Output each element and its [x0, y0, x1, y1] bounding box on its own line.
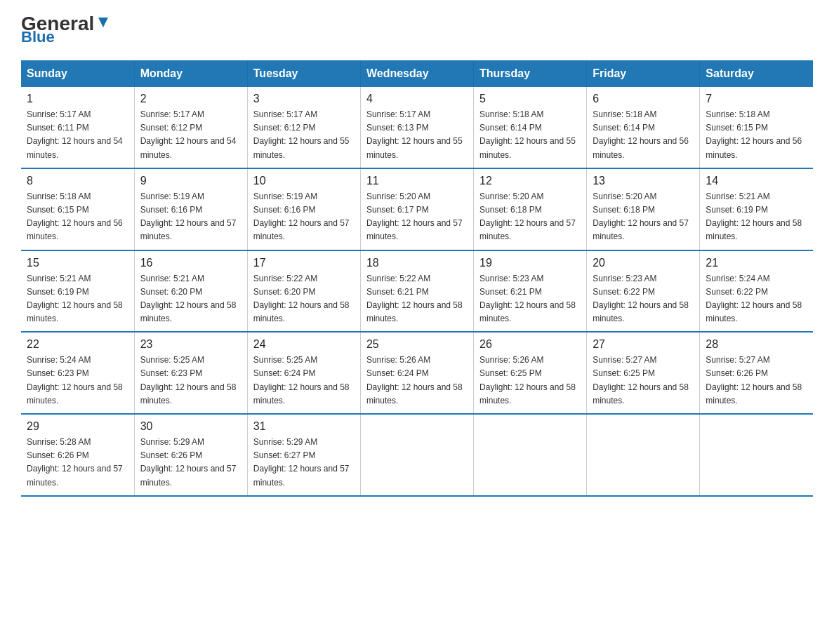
- calendar-cell: 18 Sunrise: 5:22 AM Sunset: 6:21 PM Dayl…: [360, 250, 473, 333]
- day-number: 3: [253, 93, 355, 105]
- calendar-cell: 25 Sunrise: 5:26 AM Sunset: 6:24 PM Dayl…: [360, 332, 473, 414]
- calendar-cell: [700, 414, 813, 496]
- day-detail: Sunrise: 5:27 AM Sunset: 6:26 PM Dayligh…: [706, 354, 807, 408]
- calendar-cell: 27 Sunrise: 5:27 AM Sunset: 6:25 PM Dayl…: [587, 332, 700, 414]
- day-detail: Sunrise: 5:17 AM Sunset: 6:12 PM Dayligh…: [140, 108, 241, 162]
- calendar-cell: 21 Sunrise: 5:24 AM Sunset: 6:22 PM Dayl…: [700, 250, 813, 333]
- calendar-cell: 14 Sunrise: 5:21 AM Sunset: 6:19 PM Dayl…: [700, 168, 813, 250]
- day-number: 30: [140, 420, 241, 433]
- day-number: 20: [593, 257, 694, 269]
- day-number: 19: [479, 257, 581, 269]
- weekday-header-thursday: Thursday: [474, 60, 587, 87]
- day-number: 7: [706, 93, 807, 105]
- weekday-header-tuesday: Tuesday: [247, 60, 360, 87]
- logo: General Blue: [21, 14, 111, 46]
- day-detail: Sunrise: 5:19 AM Sunset: 6:16 PM Dayligh…: [253, 190, 355, 244]
- day-detail: Sunrise: 5:27 AM Sunset: 6:25 PM Dayligh…: [593, 354, 694, 408]
- calendar-cell: 15 Sunrise: 5:21 AM Sunset: 6:19 PM Dayl…: [21, 250, 134, 333]
- calendar-cell: 1 Sunrise: 5:17 AM Sunset: 6:11 PM Dayli…: [21, 87, 134, 168]
- day-detail: Sunrise: 5:26 AM Sunset: 6:25 PM Dayligh…: [479, 354, 581, 408]
- weekday-header-sunday: Sunday: [21, 60, 134, 87]
- day-number: 13: [593, 175, 694, 187]
- day-detail: Sunrise: 5:18 AM Sunset: 6:14 PM Dayligh…: [593, 108, 694, 162]
- day-detail: Sunrise: 5:19 AM Sunset: 6:16 PM Dayligh…: [140, 190, 241, 244]
- day-detail: Sunrise: 5:28 AM Sunset: 6:26 PM Dayligh…: [27, 436, 128, 490]
- day-detail: Sunrise: 5:29 AM Sunset: 6:27 PM Dayligh…: [253, 436, 355, 490]
- calendar-cell: [360, 414, 473, 496]
- weekday-header-row: SundayMondayTuesdayWednesdayThursdayFrid…: [21, 60, 813, 87]
- day-detail: Sunrise: 5:23 AM Sunset: 6:22 PM Dayligh…: [593, 272, 694, 326]
- day-detail: Sunrise: 5:18 AM Sunset: 6:14 PM Dayligh…: [479, 108, 581, 162]
- day-number: 2: [140, 93, 241, 105]
- day-number: 11: [366, 175, 468, 187]
- day-number: 1: [27, 93, 128, 105]
- calendar-week-row: 29 Sunrise: 5:28 AM Sunset: 6:26 PM Dayl…: [21, 414, 813, 496]
- calendar-week-row: 22 Sunrise: 5:24 AM Sunset: 6:23 PM Dayl…: [21, 332, 813, 414]
- calendar-cell: 19 Sunrise: 5:23 AM Sunset: 6:21 PM Dayl…: [474, 250, 587, 333]
- day-number: 5: [479, 93, 581, 105]
- day-detail: Sunrise: 5:17 AM Sunset: 6:11 PM Dayligh…: [27, 108, 128, 162]
- calendar-cell: 3 Sunrise: 5:17 AM Sunset: 6:12 PM Dayli…: [247, 87, 360, 168]
- weekday-header-friday: Friday: [587, 60, 700, 87]
- calendar-cell: 9 Sunrise: 5:19 AM Sunset: 6:16 PM Dayli…: [134, 168, 247, 250]
- calendar-cell: 10 Sunrise: 5:19 AM Sunset: 6:16 PM Dayl…: [247, 168, 360, 250]
- calendar-cell: 12 Sunrise: 5:20 AM Sunset: 6:18 PM Dayl…: [474, 168, 587, 250]
- day-number: 25: [366, 338, 468, 351]
- calendar-week-row: 1 Sunrise: 5:17 AM Sunset: 6:11 PM Dayli…: [21, 87, 813, 168]
- calendar-cell: 20 Sunrise: 5:23 AM Sunset: 6:22 PM Dayl…: [587, 250, 700, 333]
- calendar-cell: 8 Sunrise: 5:18 AM Sunset: 6:15 PM Dayli…: [21, 168, 134, 250]
- day-number: 16: [140, 257, 241, 269]
- day-number: 18: [366, 257, 468, 269]
- calendar-cell: 30 Sunrise: 5:29 AM Sunset: 6:26 PM Dayl…: [134, 414, 247, 496]
- calendar-cell: 31 Sunrise: 5:29 AM Sunset: 6:27 PM Dayl…: [247, 414, 360, 496]
- day-number: 4: [366, 93, 468, 105]
- day-detail: Sunrise: 5:18 AM Sunset: 6:15 PM Dayligh…: [706, 108, 807, 162]
- svg-marker-0: [98, 18, 108, 27]
- day-detail: Sunrise: 5:22 AM Sunset: 6:20 PM Dayligh…: [253, 272, 355, 326]
- day-detail: Sunrise: 5:21 AM Sunset: 6:19 PM Dayligh…: [27, 272, 128, 326]
- calendar-cell: 7 Sunrise: 5:18 AM Sunset: 6:15 PM Dayli…: [700, 87, 813, 168]
- day-detail: Sunrise: 5:17 AM Sunset: 6:12 PM Dayligh…: [253, 108, 355, 162]
- day-number: 8: [27, 175, 128, 187]
- calendar-cell: [587, 414, 700, 496]
- day-number: 15: [27, 257, 128, 269]
- day-number: 28: [706, 338, 807, 351]
- calendar-cell: 29 Sunrise: 5:28 AM Sunset: 6:26 PM Dayl…: [21, 414, 134, 496]
- calendar-cell: 17 Sunrise: 5:22 AM Sunset: 6:20 PM Dayl…: [247, 250, 360, 333]
- page-header: General Blue: [21, 14, 813, 46]
- calendar-week-row: 8 Sunrise: 5:18 AM Sunset: 6:15 PM Dayli…: [21, 168, 813, 250]
- day-number: 22: [27, 338, 128, 351]
- day-detail: Sunrise: 5:18 AM Sunset: 6:15 PM Dayligh…: [27, 190, 128, 244]
- calendar-cell: 6 Sunrise: 5:18 AM Sunset: 6:14 PM Dayli…: [587, 87, 700, 168]
- day-detail: Sunrise: 5:21 AM Sunset: 6:20 PM Dayligh…: [140, 272, 241, 326]
- weekday-header-monday: Monday: [134, 60, 247, 87]
- day-detail: Sunrise: 5:24 AM Sunset: 6:22 PM Dayligh…: [706, 272, 807, 326]
- day-number: 6: [593, 93, 694, 105]
- day-number: 26: [479, 338, 581, 351]
- calendar-cell: 5 Sunrise: 5:18 AM Sunset: 6:14 PM Dayli…: [474, 87, 587, 168]
- calendar-cell: 23 Sunrise: 5:25 AM Sunset: 6:23 PM Dayl…: [134, 332, 247, 414]
- day-number: 27: [593, 338, 694, 351]
- day-detail: Sunrise: 5:23 AM Sunset: 6:21 PM Dayligh…: [479, 272, 581, 326]
- day-number: 31: [253, 420, 355, 433]
- calendar-cell: 11 Sunrise: 5:20 AM Sunset: 6:17 PM Dayl…: [360, 168, 473, 250]
- day-detail: Sunrise: 5:26 AM Sunset: 6:24 PM Dayligh…: [366, 354, 468, 408]
- calendar-cell: 4 Sunrise: 5:17 AM Sunset: 6:13 PM Dayli…: [360, 87, 473, 168]
- day-detail: Sunrise: 5:24 AM Sunset: 6:23 PM Dayligh…: [27, 354, 128, 408]
- calendar-cell: [474, 414, 587, 496]
- day-number: 12: [479, 175, 581, 187]
- day-number: 9: [140, 175, 241, 187]
- calendar-cell: 2 Sunrise: 5:17 AM Sunset: 6:12 PM Dayli…: [134, 87, 247, 168]
- day-number: 17: [253, 257, 355, 269]
- weekday-header-saturday: Saturday: [700, 60, 813, 87]
- calendar-table: SundayMondayTuesdayWednesdayThursdayFrid…: [21, 60, 813, 497]
- day-number: 10: [253, 175, 355, 187]
- day-detail: Sunrise: 5:25 AM Sunset: 6:24 PM Dayligh…: [253, 354, 355, 408]
- day-number: 14: [706, 175, 807, 187]
- day-number: 23: [140, 338, 241, 351]
- logo-arrow-icon: [95, 15, 111, 30]
- day-number: 21: [706, 257, 807, 269]
- day-detail: Sunrise: 5:21 AM Sunset: 6:19 PM Dayligh…: [706, 190, 807, 244]
- day-detail: Sunrise: 5:29 AM Sunset: 6:26 PM Dayligh…: [140, 436, 241, 490]
- day-detail: Sunrise: 5:25 AM Sunset: 6:23 PM Dayligh…: [140, 354, 241, 408]
